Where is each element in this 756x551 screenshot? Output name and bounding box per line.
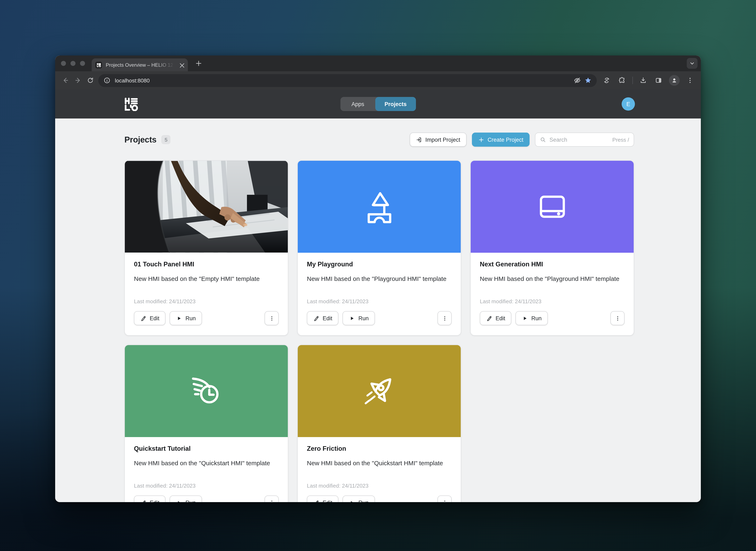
edit-button[interactable]: Edit (134, 496, 166, 502)
run-button[interactable]: Run (343, 496, 375, 502)
project-thumbnail (298, 345, 461, 437)
project-description: New HMI based on the "Empty HMI" templat… (134, 273, 279, 294)
pencil-icon (140, 499, 147, 502)
extensions-puzzle-icon[interactable] (617, 75, 627, 85)
search-input[interactable] (549, 136, 609, 143)
helio-logo-icon (124, 97, 139, 111)
project-thumbnail-icon (125, 161, 288, 253)
project-thumbnail (125, 161, 288, 253)
bookmark-star-icon[interactable] (583, 75, 593, 86)
run-button[interactable]: Run (516, 311, 548, 325)
edit-button[interactable]: Edit (307, 311, 338, 325)
card-menu-button[interactable] (438, 311, 452, 325)
reload-icon[interactable] (84, 74, 96, 87)
edit-button[interactable]: Edit (480, 311, 512, 325)
site-info-icon[interactable] (102, 75, 112, 85)
project-title: Quickstart Tutorial (134, 445, 279, 452)
edit-button[interactable]: Edit (134, 311, 166, 325)
new-tab-button[interactable] (193, 58, 204, 69)
project-card: 01 Touch Panel HMI New HMI based on the … (124, 160, 288, 336)
app-header: Apps Projects E (55, 89, 701, 118)
import-icon (416, 136, 422, 143)
project-card: Next Generation HMI New HMI based on the… (470, 160, 634, 336)
card-actions: Edit Run (134, 496, 279, 502)
card-menu-button[interactable] (610, 311, 624, 325)
project-description: New HMI based on the "Quickstart HMI" te… (134, 458, 279, 479)
project-last-modified: Last modified: 24/11/2023 (134, 483, 279, 489)
pencil-icon (313, 315, 319, 321)
project-title: Next Generation HMI (480, 260, 624, 268)
browser-toolbar: localhost:8080 (55, 71, 701, 89)
card-actions: Edit Run (307, 311, 452, 325)
forward-icon[interactable] (72, 74, 84, 87)
project-thumbnail (125, 345, 288, 437)
helio-page: Apps Projects E Projects 5 Import Projec… (55, 89, 701, 502)
plus-icon (478, 136, 484, 143)
project-last-modified: Last modified: 24/11/2023 (480, 298, 624, 305)
window-zoom-button[interactable] (80, 61, 85, 66)
page-header-row: Projects 5 Import Project Create Project (124, 132, 634, 147)
project-description: New HMI based on the "Quickstart HMI" te… (307, 458, 452, 479)
browser-menu-icon[interactable] (685, 75, 695, 85)
tab-search-button[interactable] (687, 58, 698, 69)
search-shortcut-hint: Press / (612, 136, 629, 143)
helio-favicon-icon (95, 61, 102, 68)
project-thumbnail (298, 161, 461, 253)
toolbar-actions (602, 75, 695, 86)
card-actions: Edit Run (480, 311, 624, 325)
back-icon[interactable] (59, 74, 72, 87)
tab-strip: Projects Overview – HELIO 12 (55, 55, 701, 71)
tab-close-icon[interactable] (178, 61, 185, 68)
window-close-button[interactable] (61, 61, 66, 66)
projects-content: Projects 5 Import Project Create Project (55, 118, 701, 502)
window-controls (61, 61, 85, 66)
desktop: Projects Overview – HELIO 12 localhost:8… (0, 0, 756, 551)
kebab-icon (614, 315, 620, 321)
pencil-icon (140, 315, 147, 321)
tab-projects[interactable]: Projects (375, 97, 416, 111)
play-icon (176, 499, 182, 502)
play-icon (522, 315, 528, 321)
card-menu-button[interactable] (438, 496, 452, 502)
window-minimize-button[interactable] (70, 61, 75, 66)
run-button[interactable]: Run (170, 496, 202, 502)
extension-r-icon[interactable] (602, 75, 612, 85)
project-description: New HMI based on the "Playground HMI" te… (307, 273, 452, 294)
pencil-icon (313, 499, 319, 502)
search-box: Press / (535, 132, 634, 147)
create-project-button[interactable]: Create Project (472, 132, 530, 147)
eye-off-icon[interactable] (572, 75, 583, 86)
project-last-modified: Last modified: 24/11/2023 (307, 298, 452, 305)
play-icon (349, 315, 355, 321)
side-panel-icon[interactable] (654, 75, 664, 85)
browser-window: Projects Overview – HELIO 12 localhost:8… (55, 55, 701, 502)
project-card: Zero Friction New HMI based on the "Quic… (297, 345, 461, 502)
downloads-icon[interactable] (638, 75, 648, 85)
play-icon (349, 499, 355, 502)
project-thumbnail-icon (190, 375, 223, 408)
kebab-icon (268, 315, 275, 321)
project-thumbnail-icon (536, 190, 569, 223)
tab-title: Projects Overview – HELIO 12 (106, 62, 176, 68)
card-menu-button[interactable] (265, 311, 279, 325)
tab-apps[interactable]: Apps (340, 97, 375, 111)
search-icon (540, 136, 546, 143)
project-card: My Playground New HMI based on the "Play… (297, 160, 461, 336)
run-button[interactable]: Run (343, 311, 375, 325)
project-thumbnail-icon (363, 190, 396, 223)
user-avatar[interactable]: E (621, 97, 635, 111)
card-actions: Edit Run (134, 311, 279, 325)
edit-button[interactable]: Edit (307, 496, 338, 502)
kebab-icon (442, 315, 448, 321)
run-button[interactable]: Run (170, 311, 202, 325)
kebab-icon (442, 499, 448, 502)
projects-grid: 01 Touch Panel HMI New HMI based on the … (124, 160, 634, 502)
page-title: Projects (124, 135, 157, 144)
import-project-button[interactable]: Import Project (410, 132, 466, 147)
card-menu-button[interactable] (265, 496, 279, 502)
card-actions: Edit Run (307, 496, 452, 502)
browser-profile-avatar[interactable] (669, 75, 680, 86)
address-bar[interactable]: localhost:8080 (98, 74, 597, 87)
project-title: Zero Friction (307, 445, 452, 452)
browser-tab[interactable]: Projects Overview – HELIO 12 (92, 58, 188, 71)
